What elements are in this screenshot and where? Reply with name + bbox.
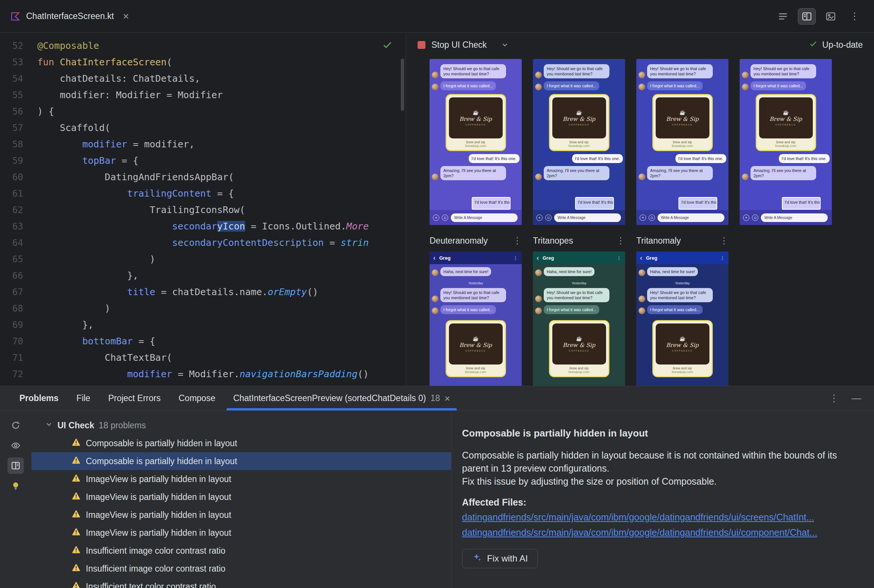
design-view-icon[interactable] [822, 8, 839, 25]
code-line[interactable]: 60 DatingAndFriendsAppBar( [0, 169, 405, 185]
message-input[interactable]: Write A Message [451, 213, 518, 222]
chat-menu-icon[interactable]: ⋮ [513, 255, 518, 261]
preview-phone[interactable]: Hey! Should we go to that cafe you menti… [429, 59, 522, 225]
code-line[interactable]: 58 modifier = modifier, [0, 136, 405, 153]
ui-check-highlight-box: I'd love that! It's this one. [472, 197, 511, 210]
code-line[interactable]: 57 Scaffold( [0, 120, 405, 136]
code-line[interactable]: 54 chatDetails: ChatDetails, [0, 70, 405, 87]
code-line[interactable]: 52@Composable [0, 38, 405, 54]
add-icon[interactable]: + [433, 214, 439, 221]
code-line[interactable]: 64 secondaryContentDescription = strin [0, 235, 405, 251]
problem-row[interactable]: Insufficient image color contrast ratio [32, 560, 451, 578]
affected-file-link[interactable]: datingandfriends/src/main/java/com/ibm/g… [462, 511, 860, 524]
preview-eye-icon[interactable] [8, 437, 24, 454]
message-input[interactable]: Write A Message [658, 213, 724, 222]
panel-options-icon[interactable]: ⋮ [829, 393, 839, 404]
config-menu-icon[interactable]: ⋮ [513, 236, 522, 246]
message-input[interactable]: Write A Message [554, 213, 621, 222]
stop-icon[interactable] [417, 41, 425, 49]
emoji-icon[interactable]: ☺ [752, 214, 758, 221]
code-line[interactable]: 67 title = chatDetails.name.orEmpty() [0, 284, 405, 300]
emoji-icon[interactable]: ☺ [649, 214, 655, 221]
code-line[interactable]: 63 secondaryIcon = Icons.Outlined.More [0, 218, 405, 235]
tab-label: File [77, 393, 90, 404]
back-icon[interactable]: ‹ [537, 255, 539, 261]
emoji-icon[interactable]: ☺ [545, 214, 551, 221]
lightbulb-icon[interactable] [8, 478, 24, 494]
problems-tab[interactable]: File [68, 386, 99, 410]
back-icon[interactable]: ‹ [640, 255, 642, 261]
problem-row[interactable]: Composable is partially hidden in layout [32, 452, 451, 470]
code-line[interactable]: 55 modifier: Modifier = Modifier [0, 87, 405, 104]
problems-group-header[interactable]: UI Check 18 problems [32, 416, 451, 434]
avatar [638, 174, 645, 180]
preview-phone[interactable]: Hey! Should we go to that cafe you menti… [533, 59, 625, 225]
chat-input-bar: +☺Write A Message [740, 210, 832, 225]
code-line[interactable]: 69 }, [0, 317, 405, 333]
message-input[interactable]: Write A Message [761, 213, 828, 222]
chat-bubble: I forgot what it was called... [544, 81, 599, 90]
tab-chatinterfacescreen[interactable]: ChatInterfaceScreen.kt × [0, 0, 140, 33]
add-icon[interactable]: + [640, 214, 646, 221]
chevron-down-icon[interactable] [501, 40, 509, 49]
problem-row[interactable]: ImageView is partially hidden in layout [32, 488, 451, 506]
preview-phone[interactable]: ‹Greg⋮Haha, next time for sure!Yesterday… [429, 252, 522, 386]
problem-row[interactable]: Insufficient text color contrast ratio [32, 578, 451, 588]
code-line[interactable]: 68 ) [0, 300, 405, 317]
inspections-ok-icon[interactable] [382, 39, 393, 52]
editor-scrollbar[interactable] [401, 58, 404, 111]
problems-tab[interactable]: Problems [11, 386, 68, 410]
code-line[interactable]: 53fun ChatInterfaceScreen( [0, 54, 405, 70]
split-view-icon[interactable] [798, 8, 816, 25]
code-view-icon[interactable] [774, 8, 792, 25]
close-tab-icon[interactable]: × [123, 11, 129, 22]
preview-config-label: Tritanopes⋮ [533, 234, 625, 248]
code-line[interactable]: 70 bottomBar = { [0, 333, 405, 350]
line-number: 67 [0, 284, 37, 300]
back-icon[interactable]: ‹ [433, 255, 435, 261]
code-line[interactable]: 73 onAddClick = {} [0, 382, 405, 386]
chat-menu-icon[interactable]: ⋮ [720, 255, 725, 261]
fix-with-ai-button[interactable]: Fix with AI [462, 549, 538, 568]
code-line[interactable]: 59 topBar = { [0, 153, 405, 169]
preview-phone[interactable]: ‹Greg⋮Haha, next time for sure!Yesterday… [533, 252, 625, 386]
avatar [432, 174, 439, 180]
emoji-icon[interactable]: ☺ [442, 214, 448, 221]
problem-row[interactable]: Composable is partially hidden in layout [32, 434, 451, 452]
preview-phone[interactable]: ‹Greg⋮Haha, next time for sure!Yesterday… [636, 252, 728, 386]
code-lines: 52@Composable53fun ChatInterfaceScreen(5… [0, 33, 405, 386]
problem-row[interactable]: ImageView is partially hidden in layout [32, 506, 451, 524]
stop-ui-check-label[interactable]: Stop UI Check [431, 40, 487, 50]
affected-file-link[interactable]: datingandfriends/src/main/java/com/ibm/g… [462, 526, 860, 539]
tab-title: ChatInterfaceScreen.kt [26, 11, 114, 21]
chat-menu-icon[interactable]: ⋮ [617, 255, 621, 261]
code-line[interactable]: 66 }, [0, 267, 405, 284]
add-icon[interactable]: + [743, 214, 749, 221]
problem-row[interactable]: ImageView is partially hidden in layout [32, 524, 451, 542]
hide-panel-icon[interactable]: — [851, 393, 861, 404]
more-options-icon[interactable]: ⋮ [845, 8, 863, 25]
chat-message: I forgot what it was called... [742, 81, 830, 90]
details-view-icon[interactable] [8, 458, 24, 474]
config-menu-icon[interactable]: ⋮ [719, 236, 728, 246]
problem-row[interactable]: Insufficient image color contrast ratio [32, 542, 451, 560]
collapse-chevron-icon[interactable] [45, 420, 53, 430]
code-line[interactable]: 71 ChatTextBar( [0, 350, 405, 366]
code-editor[interactable]: 52@Composable53fun ChatInterfaceScreen(5… [0, 33, 406, 386]
problems-tab[interactable]: ChatInterfaceScreenPreview (sortedChatDe… [224, 386, 459, 410]
code-line[interactable]: 61 trailingContent = { [0, 185, 405, 202]
preview-phone[interactable]: Hey! Should we go to that cafe you menti… [740, 59, 832, 225]
preview-phone[interactable]: Hey! Should we go to that cafe you menti… [636, 59, 728, 225]
add-icon[interactable]: + [536, 214, 543, 221]
problem-row[interactable]: ImageView is partially hidden in layout [32, 470, 451, 488]
line-number: 63 [0, 218, 37, 235]
config-menu-icon[interactable]: ⋮ [616, 236, 625, 246]
problems-tab[interactable]: Project Errors [99, 386, 170, 410]
refresh-icon[interactable] [8, 417, 24, 434]
close-tab-icon[interactable]: × [445, 394, 450, 404]
problems-tab[interactable]: Compose [170, 386, 224, 410]
code-line[interactable]: 62 TrailingIconsRow( [0, 202, 405, 218]
code-line[interactable]: 56) { [0, 104, 405, 120]
code-line[interactable]: 72 modifier = Modifier.navigationBarsPad… [0, 366, 405, 382]
code-line[interactable]: 65 ) [0, 251, 405, 267]
